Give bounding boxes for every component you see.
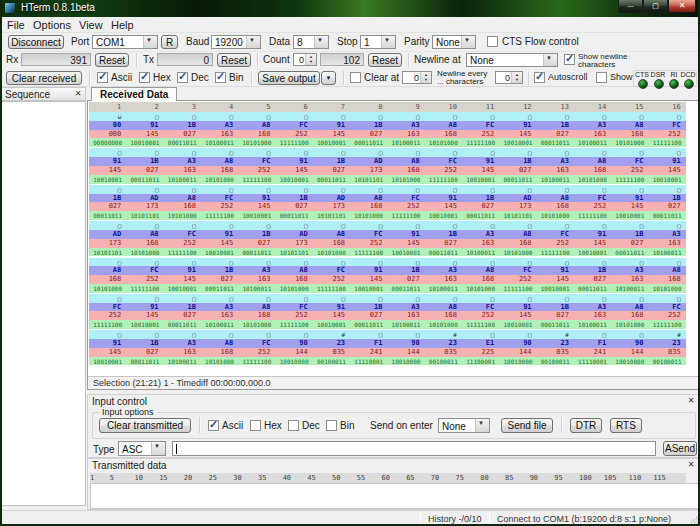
ascii-cell[interactable]: □ [462,185,499,194]
hex-cell[interactable]: 91 [238,194,275,203]
dec-cell[interactable]: 145 [313,311,350,320]
dec-cell[interactable]: 252 [238,166,275,175]
hex-cell[interactable]: 90 [387,339,424,348]
show-newline-checkbox[interactable] [564,54,575,65]
hex-cell[interactable]: A3 [574,121,611,130]
hex-cell[interactable]: 23 [313,339,350,348]
dec-cell[interactable]: 027 [164,311,201,320]
cts-flow-checkbox[interactable] [487,36,498,47]
hex-cell[interactable]: FC [537,230,574,239]
transmitted-data-body[interactable] [90,483,699,509]
dec-cell[interactable]: 145 [499,130,536,139]
newline-at-select[interactable]: None [466,53,558,67]
hex-cell[interactable]: 90 [499,339,536,348]
bin-cell[interactable]: 10010001 [275,175,312,184]
ascii-cell[interactable]: □ [462,221,499,230]
grid-column-header[interactable]: 14 [574,102,611,112]
close-button[interactable] [668,0,696,13]
ascii-cell[interactable]: □ [537,185,574,194]
ascii-cell[interactable]: □ [201,185,238,194]
bin-cell[interactable]: 00011011 [537,138,574,147]
grid-column-header[interactable]: 2 [126,102,163,112]
clear-at-spinner[interactable]: 0▲▼ [402,71,432,84]
bin-cell[interactable]: 11111100 [275,320,312,329]
hex-cell[interactable]: FC [499,266,536,275]
ascii-cell[interactable]: □ [611,148,648,157]
chevron-down-icon[interactable] [246,36,260,48]
bin-cell[interactable]: 10101000 [350,211,387,220]
menu-file[interactable]: File [3,18,29,32]
dec-cell[interactable]: 027 [574,275,611,284]
ascii-cell[interactable]: □ [350,221,387,230]
bin-cell[interactable]: 10101101 [350,175,387,184]
dec-cell[interactable]: 027 [537,311,574,320]
dec-cell[interactable]: 252 [537,239,574,248]
dec-cell[interactable]: 252 [611,166,648,175]
bin-cell[interactable]: 10100011 [537,175,574,184]
hex-cell[interactable]: A3 [425,266,462,275]
bin-cell[interactable]: 00011011 [164,138,201,147]
ascii-cell[interactable]: □ [275,221,312,230]
ascii-cell[interactable]: □ [126,294,163,303]
dec-cell[interactable]: 027 [313,166,350,175]
bin-cell[interactable]: 10010001 [313,138,350,147]
hex-cell[interactable]: FC [238,157,275,166]
ascii-cell[interactable]: □ [499,330,536,339]
ascii-cell[interactable]: □ [574,330,611,339]
ascii-cell[interactable]: □ [275,258,312,267]
dec-cell[interactable]: 163 [462,239,499,248]
hex-cell[interactable]: 90 [611,339,648,348]
ascii-cell[interactable]: □ [350,330,387,339]
dec-cell[interactable]: 145 [201,239,238,248]
hex-cell[interactable]: 91 [350,266,387,275]
hex-cell[interactable]: A8 [574,157,611,166]
dec-cell[interactable]: 168 [574,166,611,175]
ascii-view-checkbox[interactable] [97,72,108,83]
maximize-button[interactable] [643,0,668,13]
bin-cell[interactable]: 10010001 [313,320,350,329]
bin-cell[interactable]: 10101000 [201,357,238,366]
bin-cell[interactable]: 10101000 [89,284,126,293]
ascii-cell[interactable]: □ [574,112,611,121]
dec-cell[interactable]: 027 [164,130,201,139]
dec-cell[interactable]: 168 [126,239,163,248]
dec-cell[interactable]: 145 [89,166,126,175]
dec-cell[interactable]: 027 [648,202,685,211]
ascii-cell[interactable]: □ [499,112,536,121]
hex-cell[interactable]: A8 [611,303,648,312]
hex-cell[interactable]: FC [425,157,462,166]
dec-cell[interactable]: 027 [126,348,163,357]
hex-cell[interactable]: 1B [350,303,387,312]
dec-cell[interactable]: 145 [387,239,424,248]
bin-cell[interactable]: 00011011 [275,211,312,220]
menu-options[interactable]: Options [29,18,75,32]
ascii-cell[interactable]: □ [611,112,648,121]
bin-cell[interactable]: 10101000 [537,211,574,220]
hex-cell[interactable]: A3 [648,230,685,239]
spinner-arrows-icon[interactable]: ▲▼ [305,54,316,65]
grid-column-header[interactable]: 1 [89,102,126,112]
ascii-cell[interactable]: □ [275,185,312,194]
bin-cell[interactable]: 10101101 [89,248,126,257]
bin-cell[interactable]: 10100011 [387,138,424,147]
bin-cell[interactable]: 00011011 [387,284,424,293]
ascii-cell[interactable]: □ [313,221,350,230]
chevron-down-icon[interactable] [543,54,557,66]
grid-column-header[interactable]: 6 [275,102,312,112]
hex-cell[interactable]: A3 [238,266,275,275]
bin-cell[interactable]: 10010000 [275,357,312,366]
dec-cell[interactable]: 027 [499,166,536,175]
dec-cell[interactable]: 252 [164,239,201,248]
bin-cell[interactable]: 10010001 [387,248,424,257]
bin-cell[interactable]: 00011011 [126,175,163,184]
ascii-cell[interactable]: □ [350,185,387,194]
dec-cell[interactable]: 252 [238,348,275,357]
ascii-cell[interactable]: □ [275,112,312,121]
send-input-field[interactable] [172,441,656,456]
ascii-cell[interactable]: □ [201,330,238,339]
hex-cell[interactable]: 91 [611,194,648,203]
dec-cell[interactable]: 168 [201,166,238,175]
rx-reset-button[interactable]: Reset [95,53,129,67]
bin-cell[interactable]: 10101000 [611,320,648,329]
ascii-cell[interactable]: □ [313,258,350,267]
